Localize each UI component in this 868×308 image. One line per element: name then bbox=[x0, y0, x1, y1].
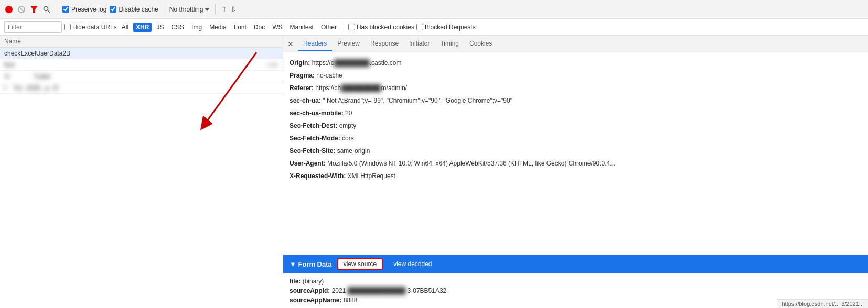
header-row-sec-fetch-site: Sec-Fetch-Site: same-origin bbox=[290, 145, 862, 157]
header-key-sec-fetch-mode: Sec-Fetch-Mode: bbox=[290, 135, 342, 142]
header-key-sec-fetch-site: Sec-Fetch-Site: bbox=[290, 147, 337, 155]
view-decoded-button[interactable]: view decoded bbox=[388, 259, 437, 269]
filter-input[interactable] bbox=[4, 21, 62, 33]
row-name-3: 'd ?cater bbox=[4, 73, 278, 80]
header-key-user-agent: User-Agent: bbox=[290, 160, 327, 167]
filter-font[interactable]: Font bbox=[231, 23, 249, 32]
network-list-header: Name bbox=[0, 36, 283, 48]
preserve-log-label[interactable]: Preserve log bbox=[62, 6, 106, 13]
tab-headers[interactable]: Headers bbox=[298, 37, 332, 51]
has-blocked-cookies-text: Has blocked cookies bbox=[357, 24, 414, 31]
tab-preview[interactable]: Preview bbox=[332, 37, 365, 51]
header-val-x-requested-with: XMLHttpRequest bbox=[348, 172, 395, 180]
form-row-source-app-name: sourceAppName: 8888 bbox=[290, 295, 862, 305]
disable-cache-checkbox[interactable] bbox=[110, 6, 116, 13]
form-key-file: file: bbox=[290, 278, 303, 285]
header-key-pragma: Pragma: bbox=[290, 72, 316, 79]
header-key-referer: Referer: bbox=[290, 84, 315, 92]
filter-img[interactable]: Img bbox=[189, 23, 205, 32]
row-name-4: f ?st...SIZE...y...R bbox=[4, 84, 278, 92]
header-row-x-requested-with: X-Requested-With: XMLHttpRequest bbox=[290, 170, 862, 182]
hide-data-urls-text: Hide data URLs bbox=[72, 24, 117, 31]
divider-3 bbox=[215, 4, 216, 15]
header-key-origin: Origin: bbox=[290, 59, 312, 67]
search-icon[interactable] bbox=[42, 5, 51, 14]
filter-css[interactable]: CSS bbox=[168, 23, 187, 32]
download-icon[interactable]: ⇩ bbox=[230, 5, 237, 14]
filter-all[interactable]: All bbox=[119, 23, 131, 32]
filter-xhr[interactable]: XHR bbox=[133, 23, 152, 32]
status-bar-text: https://blog.csdn.net/... 3/2021... bbox=[781, 301, 864, 307]
headers-content: Origin: https://c████████.castle.com Pra… bbox=[283, 52, 868, 255]
hide-data-urls-checkbox[interactable] bbox=[64, 24, 71, 30]
table-row[interactable]: find USF bbox=[0, 59, 283, 71]
header-val-referer: https://ch█████████m/admin/ bbox=[315, 84, 407, 92]
filter-manifest[interactable]: Manifest bbox=[287, 23, 316, 32]
form-val-source-app-id: 2021 █████████████ 3-07BB51A32 bbox=[332, 287, 447, 294]
svg-marker-5 bbox=[205, 8, 210, 11]
header-key-sec-ch-ua-mobile: sec-ch-ua-mobile: bbox=[290, 109, 345, 117]
filter-doc[interactable]: Doc bbox=[251, 23, 267, 32]
row-extra-2: USF bbox=[267, 62, 278, 68]
form-key-source-app-name: sourceAppName: bbox=[290, 296, 344, 304]
form-val-source-app-name: 8888 bbox=[344, 296, 358, 304]
hide-data-urls-label[interactable]: Hide data URLs bbox=[64, 24, 117, 31]
header-val-user-agent: Mozilla/5.0 (Windows NT 10.0; Win64; x64… bbox=[327, 160, 615, 167]
blocked-requests-label[interactable]: Blocked Requests bbox=[416, 24, 476, 31]
header-val-origin: https://c████████.castle.com bbox=[312, 59, 402, 67]
form-row-file: file: (binary) bbox=[290, 277, 862, 286]
header-val-sec-ch-ua: " Not A;Brand";v="99", "Chromium";v="90"… bbox=[323, 97, 512, 104]
name-column-header: Name bbox=[4, 38, 278, 45]
filter-other[interactable]: Other bbox=[318, 23, 339, 32]
form-key-source-app-id: sourceAppId: bbox=[290, 287, 332, 294]
blocked-requests-text: Blocked Requests bbox=[425, 24, 476, 31]
throttling-select[interactable]: No throttling bbox=[169, 6, 210, 13]
header-key-sec-ch-ua: sec-ch-ua: bbox=[290, 97, 323, 104]
throttling-label: No throttling bbox=[169, 6, 203, 13]
close-button[interactable]: ✕ bbox=[287, 40, 294, 48]
filter-bar: Hide data URLs All XHR JS CSS Img Media … bbox=[0, 19, 868, 36]
tab-response[interactable]: Response bbox=[365, 37, 404, 51]
header-row-referer: Referer: https://ch█████████m/admin/ bbox=[290, 82, 862, 94]
header-key-sec-fetch-dest: Sec-Fetch-Dest: bbox=[290, 122, 339, 129]
divider-1 bbox=[57, 4, 57, 15]
preserve-log-text: Preserve log bbox=[71, 6, 106, 13]
header-row-sec-ch-ua-mobile: sec-ch-ua-mobile: ?0 bbox=[290, 107, 862, 119]
header-key-x-requested-with: X-Requested-With: bbox=[290, 172, 348, 180]
tab-timing[interactable]: Timing bbox=[435, 37, 464, 51]
filter-ws[interactable]: WS bbox=[270, 23, 285, 32]
disable-cache-text: Disable cache bbox=[119, 6, 158, 13]
filter-js[interactable]: JS bbox=[154, 23, 166, 32]
preserve-log-checkbox[interactable] bbox=[62, 6, 69, 13]
has-blocked-cookies-checkbox[interactable] bbox=[348, 24, 355, 30]
svg-line-4 bbox=[48, 10, 50, 13]
disable-cache-label[interactable]: Disable cache bbox=[110, 6, 158, 13]
form-row-source-app-id: sourceAppId: 2021 █████████████ 3-07BB51… bbox=[290, 286, 862, 295]
filter-icon[interactable] bbox=[29, 5, 39, 14]
header-row-origin: Origin: https://c████████.castle.com bbox=[290, 57, 862, 69]
blocked-requests-checkbox[interactable] bbox=[416, 24, 423, 30]
record-icon[interactable] bbox=[4, 5, 14, 14]
tab-cookies[interactable]: Cookies bbox=[464, 37, 497, 51]
details-tabs: ✕ Headers Preview Response Initiator Tim… bbox=[283, 36, 868, 52]
view-source-button[interactable]: view source bbox=[337, 258, 383, 270]
form-data-label: ▼ Form Data bbox=[290, 260, 332, 268]
clear-icon[interactable] bbox=[17, 5, 26, 14]
filter-media[interactable]: Media bbox=[207, 23, 229, 32]
divider-2 bbox=[164, 4, 164, 15]
header-row-sec-ch-ua: sec-ch-ua: " Not A;Brand";v="99", "Chrom… bbox=[290, 94, 862, 107]
table-row[interactable]: 'd ?cater bbox=[0, 71, 283, 82]
main-layout: Name checkExcelUserData2B find USF 'd ?c… bbox=[0, 36, 868, 308]
form-val-file: (binary) bbox=[303, 278, 324, 285]
header-val-sec-fetch-site: same-origin bbox=[337, 147, 370, 155]
header-val-sec-fetch-mode: cors bbox=[342, 135, 354, 142]
table-row[interactable]: checkExcelUserData2B bbox=[0, 48, 283, 59]
upload-icon[interactable]: ⇧ bbox=[221, 5, 227, 14]
tab-initiator[interactable]: Initiator bbox=[404, 37, 435, 51]
details-panel: ✕ Headers Preview Response Initiator Tim… bbox=[283, 36, 868, 308]
row-name-1: checkExcelUserData2B bbox=[4, 50, 278, 57]
table-row[interactable]: f ?st...SIZE...y...R bbox=[0, 82, 283, 94]
has-blocked-cookies-label[interactable]: Has blocked cookies bbox=[348, 24, 414, 31]
header-val-pragma: no-cache bbox=[316, 72, 342, 79]
status-bar: https://blog.csdn.net/... 3/2021... bbox=[777, 299, 868, 308]
